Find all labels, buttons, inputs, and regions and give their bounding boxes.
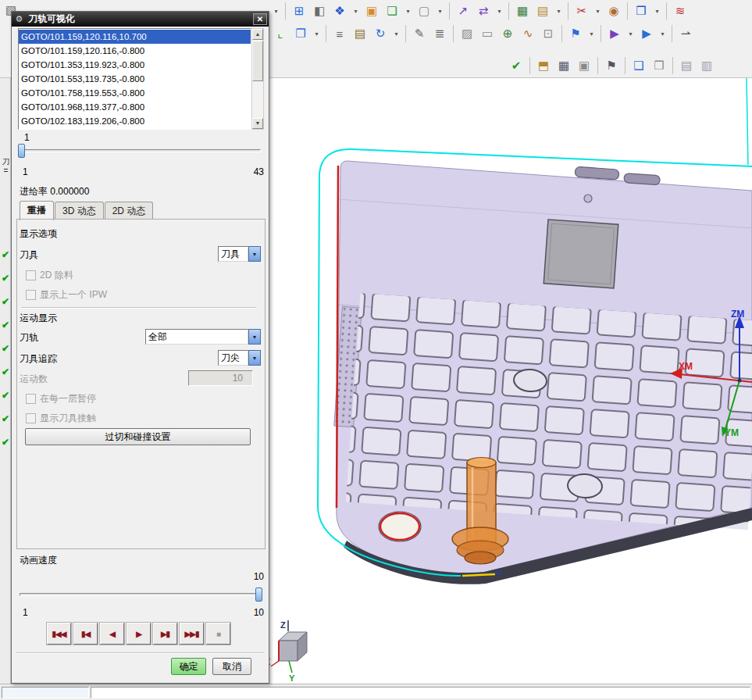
scroll-down-button[interactable]: ▼ bbox=[252, 118, 263, 129]
cascade-windows-icon[interactable]: ❐ bbox=[291, 24, 310, 43]
dropdown-chevron[interactable]: ▾ bbox=[391, 24, 401, 43]
trim-icon[interactable]: ✂ bbox=[572, 2, 591, 20]
dropdown-arrow-icon[interactable]: ▼ bbox=[248, 246, 261, 262]
tool-trace-combo[interactable]: 刀尖 ▼ bbox=[218, 350, 261, 366]
dropdown-chevron[interactable]: ▾ bbox=[652, 2, 662, 20]
layer-stack-icon[interactable]: ≡ bbox=[330, 24, 349, 43]
harpoon-arrow-icon[interactable]: ⇀ bbox=[676, 24, 695, 43]
motion-count-input[interactable]: 10 bbox=[188, 370, 253, 386]
go-to-end-button[interactable]: ▶▶▮ bbox=[180, 623, 204, 645]
monitor-alt-icon[interactable]: ❒ bbox=[650, 56, 668, 75]
solid-box-icon[interactable]: ▣ bbox=[575, 56, 593, 75]
spline-icon[interactable]: ∿ bbox=[519, 24, 537, 43]
scrollbar-thumb[interactable] bbox=[252, 41, 263, 81]
flag-icon[interactable]: ⚑ bbox=[602, 56, 621, 75]
dropdown-chevron[interactable]: ▾ bbox=[593, 2, 603, 20]
toolpath-combo[interactable]: 全部 ▼ bbox=[145, 329, 261, 345]
update-display-icon[interactable]: ↻ bbox=[371, 24, 390, 43]
checkbox-box[interactable] bbox=[26, 413, 36, 423]
speed-slider-track[interactable] bbox=[20, 593, 261, 596]
go-to-start-button[interactable]: ▮◀◀ bbox=[47, 623, 71, 645]
scroll-up-button[interactable]: ▲ bbox=[252, 29, 263, 40]
dialog-close-button[interactable]: ✕ bbox=[253, 13, 267, 25]
dropdown-chevron[interactable]: ▾ bbox=[494, 2, 504, 20]
section-lines-icon[interactable]: ≋ bbox=[671, 2, 690, 20]
goto-list[interactable]: GOTO/101.159,120.116,10.700GOTO/101.159,… bbox=[18, 28, 251, 130]
dropdown-chevron[interactable]: ▾ bbox=[554, 2, 564, 20]
cancel-button[interactable]: 取消 bbox=[212, 658, 251, 675]
goto-line-item[interactable]: GOTO/101.968,119.377,-0.800 bbox=[19, 100, 251, 114]
dropdown-chevron[interactable]: ▾ bbox=[403, 2, 413, 20]
step-forward-button[interactable]: ▶▮ bbox=[153, 623, 177, 645]
motion-slider[interactable] bbox=[16, 143, 264, 159]
goto-line-item[interactable]: GOTO/101.159,120.116,-0.800 bbox=[19, 44, 251, 58]
motion-slider-thumb[interactable] bbox=[18, 144, 25, 158]
tab-2d-dynamic[interactable]: 2D 动态 bbox=[105, 202, 154, 220]
dropdown-chevron[interactable]: ▾ bbox=[658, 24, 668, 43]
ipw-icon[interactable]: ⬒ bbox=[534, 56, 553, 75]
goto-line-item[interactable]: GOTO/101.758,119.553,-0.800 bbox=[19, 86, 251, 100]
generate-toolpath-icon[interactable]: ▶ bbox=[605, 24, 624, 43]
speed-slider[interactable] bbox=[16, 587, 264, 602]
datum-csys-icon[interactable]: ❒ bbox=[632, 2, 650, 20]
point-grid-icon[interactable]: ⊡ bbox=[539, 24, 558, 43]
analysis-icon[interactable]: ◉ bbox=[604, 2, 623, 20]
dropdown-arrow-icon[interactable]: ▼ bbox=[248, 329, 261, 345]
speed-slider-thumb[interactable] bbox=[255, 588, 262, 602]
hatch-icon[interactable]: ▨ bbox=[458, 24, 476, 43]
goto-line-item[interactable]: GOTO/102.183,119.206,-0.800 bbox=[19, 114, 251, 128]
toolbar-overflow-chevron[interactable]: ▾ bbox=[271, 2, 281, 20]
verify-toolpath-icon[interactable]: ▶ bbox=[637, 24, 656, 43]
dashed-rect-icon[interactable]: ▭ bbox=[478, 24, 497, 43]
dropdown-arrow-icon[interactable]: ▼ bbox=[248, 350, 261, 366]
goto-line-item[interactable]: GOTO/101.353,119.923,-0.800 bbox=[19, 58, 251, 72]
dropdown-chevron[interactable]: ▾ bbox=[586, 24, 597, 43]
ok-button[interactable]: 确定 bbox=[171, 658, 206, 675]
dialog-title-bar[interactable]: ⚙ 刀轨可视化 ✕ bbox=[12, 12, 269, 27]
circle-plus-icon[interactable]: ⊕ bbox=[498, 24, 517, 43]
transform-icon[interactable]: ⇄ bbox=[474, 2, 493, 20]
checkbox-2d-material-removal[interactable]: 2D 除料 bbox=[26, 269, 73, 282]
window-view-icon[interactable]: ❏ bbox=[383, 2, 401, 20]
gouge-collision-settings-button[interactable]: 过切和碰撞设置 bbox=[25, 428, 251, 445]
fit-view-icon[interactable]: ⊞ bbox=[290, 2, 308, 20]
dropdown-chevron[interactable]: ▾ bbox=[312, 24, 322, 43]
spreadsheet-icon[interactable]: ▦ bbox=[513, 2, 532, 20]
tool-combo[interactable]: 刀具 ▼ bbox=[218, 246, 261, 262]
move-object-icon[interactable]: ↗ bbox=[454, 2, 472, 20]
document-alt-icon[interactable]: ▥ bbox=[697, 56, 716, 75]
goto-line-item[interactable]: GOTO/101.159,120.116,10.700 bbox=[19, 30, 251, 44]
document-icon[interactable]: ▤ bbox=[677, 56, 696, 75]
checkbox-box[interactable] bbox=[26, 270, 36, 280]
motion-slider-track[interactable] bbox=[20, 149, 261, 152]
monitor-icon[interactable]: ❑ bbox=[629, 56, 648, 75]
snap-corner-icon[interactable]: ⌞ bbox=[271, 24, 290, 43]
play-reverse-button[interactable]: ◀ bbox=[100, 623, 124, 645]
step-back-button[interactable]: ▮◀ bbox=[73, 623, 98, 645]
checkbox-show-last-ipw[interactable]: 显示上一个 IPW bbox=[26, 288, 107, 302]
dropdown-chevron[interactable]: ▾ bbox=[351, 2, 361, 20]
open-folder-icon[interactable]: ▣ bbox=[362, 2, 381, 20]
orient-view-icon[interactable]: ❖ bbox=[330, 2, 349, 20]
tab-3d-dynamic[interactable]: 3D 动态 bbox=[55, 202, 104, 220]
checkbox-pause-each-level[interactable]: 在每一层暂停 bbox=[26, 392, 96, 405]
play-forward-button[interactable]: ▶ bbox=[127, 623, 151, 645]
grid-table-icon[interactable]: ▦ bbox=[554, 56, 573, 75]
edit-table-icon[interactable]: ▤ bbox=[533, 2, 552, 20]
dropdown-chevron[interactable]: ▾ bbox=[435, 2, 445, 20]
stop-button[interactable]: ■ bbox=[206, 623, 230, 645]
goto-list-scrollbar[interactable]: ▲ ▼ bbox=[251, 28, 264, 130]
shaded-display-icon[interactable]: ◧ bbox=[310, 2, 329, 20]
object-flag-icon[interactable]: ⚑ bbox=[566, 24, 585, 43]
checkbox-box[interactable] bbox=[26, 290, 36, 300]
checkbox-show-tool-contact[interactable]: 显示刀具接触 bbox=[26, 412, 96, 425]
tab-replay[interactable]: 重播 bbox=[20, 201, 54, 220]
list-view-icon[interactable]: ≣ bbox=[430, 24, 449, 43]
dropdown-chevron[interactable]: ▾ bbox=[625, 24, 636, 43]
blank-canvas-icon[interactable]: ▢ bbox=[415, 2, 433, 20]
annotate-page-icon[interactable]: ▤ bbox=[351, 24, 369, 43]
goto-line-item[interactable]: GOTO/101.553,119.735,-0.800 bbox=[19, 72, 251, 86]
verify-check-icon[interactable]: ✔ bbox=[507, 56, 526, 75]
edit-pencil-icon[interactable]: ✎ bbox=[410, 24, 429, 43]
checkbox-box[interactable] bbox=[26, 394, 36, 404]
